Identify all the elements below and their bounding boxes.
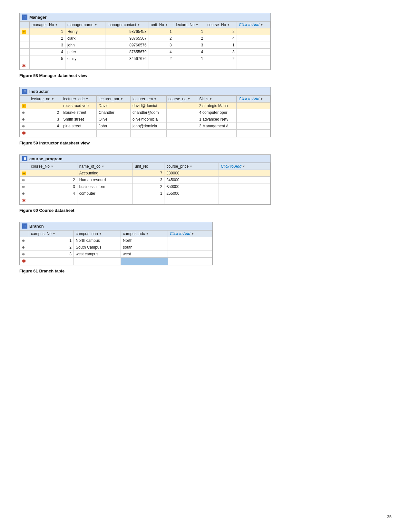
cell-unit-no[interactable]: 2 [133, 183, 164, 190]
cell-lecturer-no[interactable]: 4 [29, 123, 61, 130]
row-expand[interactable]: ⊕ [20, 251, 29, 258]
cell-nar[interactable]: John [97, 123, 131, 130]
instructor-col-lecturer-no[interactable]: lecturer_no▼ [29, 96, 61, 103]
table-row[interactable]: ⊕ 3 Smith street Olive olive@domicia 1 a… [20, 116, 270, 123]
table-row[interactable]: ⊕ 1 North campus North [20, 237, 212, 244]
row-expand[interactable]: ⊕ [20, 244, 29, 251]
manager-col-unit-no[interactable]: unit_No▼ [149, 22, 174, 28]
course-col-name-of-co[interactable]: name_of_co▼ [77, 163, 133, 170]
manager-col-course-no[interactable]: course_No▼ [205, 22, 237, 28]
cell-manager-name[interactable]: peter [65, 49, 105, 55]
table-row[interactable]: ⊕ 3 west campus west [20, 251, 212, 258]
cell-course-no[interactable] [166, 116, 197, 123]
table-row[interactable]: ✏ rocks road verr David david@domici 2 s… [20, 103, 270, 109]
cell-manager-name[interactable]: emily [65, 55, 105, 62]
cell-campus-no[interactable]: 2 [29, 244, 74, 251]
manager-col-contact[interactable]: manager contact▼ [105, 22, 149, 28]
table-row[interactable]: 3 john 89766576 3 3 1 [20, 42, 270, 49]
cell-course-no[interactable]: 2 [29, 177, 77, 183]
cell-unit-no[interactable]: 4 [149, 49, 174, 55]
cell-unit-no[interactable]: 1 [149, 28, 174, 35]
table-row[interactable]: ⊕ 4 computer 1 £55000 [20, 190, 270, 197]
cell-lecturer-no[interactable]: 2 [29, 109, 61, 116]
cell-em[interactable]: david@domici [130, 103, 166, 109]
cell-campus-name[interactable]: South Campus [74, 244, 121, 251]
cell-active-new[interactable] [121, 258, 168, 265]
instructor-col-skills[interactable]: Skills▼ [197, 96, 237, 103]
cell-campus-adc[interactable]: west [121, 251, 168, 258]
table-row[interactable]: 2 clark 98765567 2 2 4 [20, 35, 270, 42]
instructor-col-course-no[interactable]: course_no▼ [166, 96, 197, 103]
cell-name-of-co[interactable]: business inforn [77, 183, 133, 190]
cell-price[interactable]: £55000 [164, 190, 219, 197]
cell-course-no[interactable] [29, 170, 77, 177]
table-row[interactable]: ⊕ 2 Bourke street Chandler chandler@dom … [20, 109, 270, 116]
row-expand[interactable]: ⊕ [20, 123, 29, 130]
branch-col-campus-adc[interactable]: campus_adc▼ [121, 231, 168, 237]
cell-manager-no[interactable]: 3 [30, 42, 65, 49]
cell-contact[interactable]: 98765567 [105, 35, 149, 42]
cell-name-of-co[interactable]: Human resourd [77, 177, 133, 183]
table-row[interactable]: ⊕ 2 South Campus south [20, 244, 212, 251]
branch-col-campus-name[interactable]: campus_nan▼ [74, 231, 121, 237]
cell-name-of-co[interactable]: computer [77, 190, 133, 197]
course-col-price[interactable]: course_price▼ [164, 163, 219, 170]
cell-adc[interactable]: Bourke street [61, 109, 97, 116]
cell-course-no[interactable]: 2 [205, 28, 237, 35]
cell-unit-no[interactable]: 3 [133, 177, 164, 183]
cell-contact[interactable]: 87655679 [105, 49, 149, 55]
cell-campus-name[interactable]: west campus [74, 251, 121, 258]
cell-course-no[interactable] [166, 109, 197, 116]
new-row[interactable]: ✱ [20, 62, 270, 70]
cell-lecture-no[interactable]: 1 [174, 28, 205, 35]
instructor-col-em[interactable]: lecturer_em▼ [130, 96, 166, 103]
cell-lecture-no[interactable]: 3 [174, 42, 205, 49]
cell-manager-no[interactable]: 4 [30, 49, 65, 55]
cell-skills[interactable]: 2 strategic Mana [197, 103, 237, 109]
cell-unit-no[interactable]: 2 [149, 35, 174, 42]
cell-adc[interactable]: rocks road verr [61, 103, 97, 109]
row-expand[interactable]: ✏ [20, 103, 29, 109]
manager-col-manager-no[interactable]: manager_No▼ [30, 22, 65, 28]
cell-campus-no[interactable]: 3 [29, 251, 74, 258]
cell-lecture-no[interactable]: 2 [174, 35, 205, 42]
course-col-click-to-add[interactable]: Click to Add▼ [219, 163, 270, 170]
course-col-course-no[interactable]: course_No▼ [29, 163, 77, 170]
cell-nar[interactable]: Chandler [97, 109, 131, 116]
table-row[interactable]: ✏ 1 Henry 98765453 1 1 2 [20, 28, 270, 35]
cell-course-no[interactable] [166, 103, 197, 109]
instructor-col-adc[interactable]: lecturer_adc▼ [61, 96, 97, 103]
row-expand[interactable]: ⊕ [20, 183, 29, 190]
cell-course-no[interactable]: 4 [205, 35, 237, 42]
cell-unit-no[interactable]: 7 [133, 170, 164, 177]
row-expand[interactable]: ⊕ [20, 237, 29, 244]
cell-campus-no[interactable]: 1 [29, 237, 74, 244]
cell-manager-name[interactable]: john [65, 42, 105, 49]
cell-unit-no[interactable]: 2 [149, 55, 174, 62]
table-row[interactable]: 5 emily 34567676 2 1 2 [20, 55, 270, 62]
manager-col-click-to-add[interactable]: Click to Add▼ [237, 22, 270, 28]
table-row[interactable]: ✏ Accounting 7 £30000 [20, 170, 270, 177]
manager-col-manager-name[interactable]: manager name▼ [65, 22, 105, 28]
instructor-col-nar[interactable]: lecturer_nar▼ [97, 96, 131, 103]
cell-adc[interactable]: Smith street [61, 116, 97, 123]
table-row[interactable]: 4 peter 87655679 4 4 3 [20, 49, 270, 55]
cell-skills[interactable]: 3 Management A [197, 123, 237, 130]
instructor-col-click-to-add[interactable]: Click to Add▼ [237, 96, 270, 103]
cell-contact[interactable]: 34567676 [105, 55, 149, 62]
cell-manager-name[interactable]: clark [65, 35, 105, 42]
course-col-unit-no[interactable]: unit_No [133, 163, 164, 170]
cell-nar[interactable]: Olive [97, 116, 131, 123]
cell-skills[interactable]: 4 computer oper [197, 109, 237, 116]
cell-em[interactable]: john@domicia [130, 123, 166, 130]
cell-price[interactable]: £45000 [164, 177, 219, 183]
cell-adc[interactable]: pirie street [61, 123, 97, 130]
cell-lecture-no[interactable]: 4 [174, 49, 205, 55]
cell-course-no[interactable]: 2 [205, 55, 237, 62]
cell-campus-adc[interactable]: south [121, 244, 168, 251]
row-expand[interactable]: ⊕ [20, 190, 29, 197]
cell-contact[interactable]: 98765453 [105, 28, 149, 35]
cell-course-no[interactable]: 4 [29, 190, 77, 197]
cell-unit-no[interactable]: 3 [149, 42, 174, 49]
new-row[interactable]: ✱ [20, 130, 270, 137]
